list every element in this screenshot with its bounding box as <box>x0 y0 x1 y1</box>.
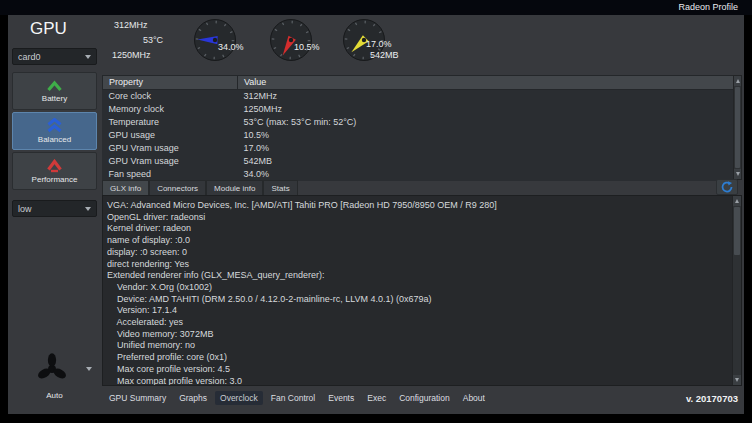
gpu-usage-gauge <box>269 18 313 62</box>
chevron-down-icon <box>86 367 92 371</box>
balanced-double-chevron-icon <box>46 118 63 133</box>
tab-overclock[interactable]: Overclock <box>215 391 263 405</box>
scrollbar-track[interactable] <box>733 256 741 375</box>
tab-glx-info[interactable]: GLX info <box>102 180 149 195</box>
property-cell: GPU usage <box>103 129 238 142</box>
sidebar: GPU card0 Battery Balanced <box>8 15 101 414</box>
performance-profile-button[interactable]: Performance <box>12 152 97 190</box>
refresh-button[interactable] <box>716 179 738 195</box>
column-header-value: Value <box>238 76 734 90</box>
property-cell: Core clock <box>103 90 238 104</box>
fan-icon <box>36 353 68 385</box>
tab-gpu-summary[interactable]: GPU Summary <box>104 391 171 405</box>
gpu-summary-table: Property Value Core clock312MHz Memory c… <box>102 75 734 181</box>
screen: Radeon Profile GPU card0 Battery Bal <box>0 0 752 423</box>
info-tabs: GLX info Connectors Module info Stats <box>102 180 298 195</box>
temperature-readout: 53°C <box>143 35 163 45</box>
tab-module-info[interactable]: Module info <box>206 180 263 195</box>
scroll-down-icon <box>736 172 740 176</box>
value-cell: 542MB <box>238 155 734 168</box>
window-titlebar[interactable]: Radeon Profile <box>0 0 752 15</box>
vram-usage-mb: 542MB <box>370 50 399 60</box>
table-row[interactable]: Core clock312MHz <box>103 90 734 104</box>
scrollbar-thumb[interactable] <box>735 87 740 168</box>
battery-profile-button[interactable]: Battery <box>12 72 97 110</box>
tab-about[interactable]: About <box>458 391 490 405</box>
property-cell: Memory clock <box>103 103 238 116</box>
fan-profile-label: Auto <box>8 391 101 400</box>
power-level-select[interactable]: low <box>12 200 97 217</box>
tab-configuration[interactable]: Configuration <box>394 391 455 405</box>
battery-profile-label: Battery <box>42 94 67 103</box>
core-clock-readout: 312MHz <box>114 20 148 30</box>
card-select-value: card0 <box>18 52 41 62</box>
value-cell: 312MHz <box>238 90 734 104</box>
battery-chevron-up-icon <box>46 80 63 92</box>
property-cell: Temperature <box>103 116 238 129</box>
value-cell: 10.5% <box>238 129 734 142</box>
tab-events[interactable]: Events <box>323 391 359 405</box>
power-level-value: low <box>18 204 32 214</box>
gpu-heading: GPU <box>30 19 67 39</box>
scroll-up-button[interactable] <box>733 196 741 206</box>
card-select[interactable]: card0 <box>12 48 97 65</box>
glx-info-text: VGA: Advanced Micro Devices, Inc. [AMD/A… <box>103 196 741 386</box>
table-row[interactable]: Memory clock1250MHz <box>103 103 734 116</box>
value-cell: 34.0% <box>238 168 734 181</box>
scroll-up-icon <box>735 199 739 203</box>
column-header-property: Property <box>103 76 238 90</box>
table-scrollbar[interactable] <box>733 75 742 180</box>
fan-speed-gauge <box>193 18 237 62</box>
scroll-down-button[interactable] <box>734 169 741 179</box>
scroll-down-icon <box>735 378 739 382</box>
table-header-row: Property Value <box>103 76 734 90</box>
value-cell: 1250MHz <box>238 103 734 116</box>
tab-graphs[interactable]: Graphs <box>174 391 212 405</box>
refresh-icon <box>721 181 733 193</box>
balanced-profile-button[interactable]: Balanced <box>12 112 97 150</box>
value-cell: 17.0% <box>238 142 734 155</box>
chevron-down-icon <box>85 207 91 211</box>
version-label: v. 20170703 <box>686 393 738 404</box>
chevron-down-icon <box>85 55 91 59</box>
table-row[interactable]: GPU Vram usage542MB <box>103 155 734 168</box>
table-row[interactable]: GPU usage10.5% <box>103 129 734 142</box>
window-title: Radeon Profile <box>678 2 738 12</box>
scroll-down-button[interactable] <box>733 375 741 385</box>
scroll-up-icon <box>736 79 740 83</box>
gpu-summary-panel: 312MHz 53°C 1250MHz 34.0% <box>101 15 744 414</box>
fan-speed-value: 34.0% <box>218 42 244 52</box>
tab-exec[interactable]: Exec <box>362 391 391 405</box>
tab-stats[interactable]: Stats <box>263 180 297 195</box>
property-cell: GPU Vram usage <box>103 142 238 155</box>
glx-scrollbar[interactable] <box>732 196 741 385</box>
gpu-usage-value: 10.5% <box>294 42 320 52</box>
glx-info-panel: VGA: Advanced Micro Devices, Inc. [AMD/A… <box>102 195 742 386</box>
table-row[interactable]: GPU Vram usage17.0% <box>103 142 734 155</box>
performance-arrow-icon <box>46 159 63 173</box>
table-row[interactable]: Temperature53°C (max: 53°C min: 52°C) <box>103 116 734 129</box>
radeon-profile-window: GPU card0 Battery Balanced <box>8 15 744 414</box>
tab-connectors[interactable]: Connectors <box>149 180 206 195</box>
balanced-profile-label: Balanced <box>38 135 71 144</box>
value-cell: 53°C (max: 53°C min: 52°C) <box>238 116 734 129</box>
memory-clock-readout: 1250MHz <box>112 50 151 60</box>
scrollbar-thumb[interactable] <box>734 207 740 255</box>
property-cell: GPU Vram usage <box>103 155 238 168</box>
scroll-up-button[interactable] <box>734 76 741 86</box>
fan-profile-button[interactable] <box>30 353 94 387</box>
tab-fan-control[interactable]: Fan Control <box>266 391 320 405</box>
main-tab-bar: GPU Summary Graphs Overclock Fan Control… <box>104 390 738 406</box>
vram-usage-percent: 17.0% <box>366 39 392 49</box>
performance-profile-label: Performance <box>32 175 78 184</box>
